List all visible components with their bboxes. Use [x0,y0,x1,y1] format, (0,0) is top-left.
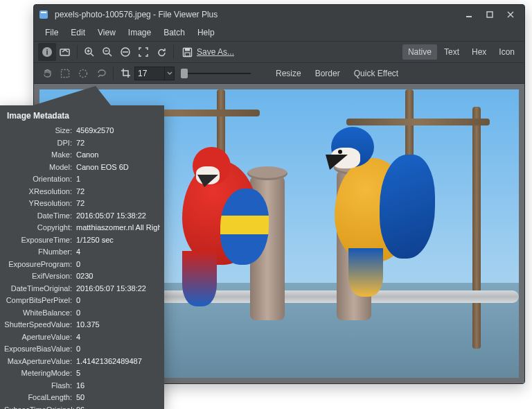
zoom-slider[interactable] [181,67,251,80]
metadata-label: MaxApertureValue [4,356,76,368]
metadata-label: XResolution [4,186,76,198]
metadata-row: ModelCanon EOS 6D [4,162,160,174]
separator [173,45,174,59]
metadata-row: ShutterSpeedValue10.375 [4,319,160,331]
metadata-value: Canon [76,149,160,162]
border-button[interactable]: Border [308,66,347,81]
tab-text[interactable]: Text [438,44,465,60]
metadata-label: ShutterSpeedValue [4,319,76,331]
metadata-label: ComprBitsPerPixel [4,295,76,307]
lasso-tool-icon[interactable] [92,64,110,82]
save-icon [182,47,193,58]
metadata-label: YResolution [4,198,76,210]
ellipse-tool-icon[interactable] [74,64,92,82]
metadata-value: 96 [76,404,160,410]
metadata-label: ExposureProgram [4,259,76,271]
metadata-label: ExposureTime [4,234,76,247]
maximize-button[interactable] [480,8,499,21]
metadata-value: 10.375 [76,319,160,331]
separator [77,45,78,59]
menubar: File Edit View Image Batch Help [34,24,524,41]
menu-file[interactable]: File [39,26,64,40]
zoom-dropdown[interactable] [165,67,175,80]
metadata-value: 1 [76,173,160,186]
metadata-label: ApertureValue [4,331,76,344]
svg-rect-12 [185,53,190,56]
svg-rect-0 [39,10,48,19]
metadata-label: SubsecTimeOriginal [4,404,76,410]
metadata-list: Size4569x2570DPI72MakeCanonModelCanon EO… [4,125,160,409]
zoom-in-button[interactable] [80,43,98,61]
metadata-label: DateTimeOriginal [4,283,76,295]
metadata-label: ExifVersion [4,270,76,283]
metadata-value: 5 [76,367,160,380]
metadata-row: ExifVersion0230 [4,270,160,283]
resize-button[interactable]: Resize [269,66,308,81]
slider-thumb[interactable] [181,69,188,78]
toolbar-primary: i Save As... Native Text Hex [34,41,524,63]
save-as-button[interactable]: Save As... [177,43,240,61]
metadata-value: matthiaszomer.nl All Rights Res [76,222,160,234]
metadata-value: 0 [76,259,160,271]
metadata-label: Make [4,149,76,162]
metadata-row: MaxApertureValue1.41421362489487 [4,356,160,368]
hand-tool-icon[interactable] [38,64,56,82]
svg-rect-3 [487,12,493,17]
metadata-title: Image Metadata [7,111,160,121]
metadata-label: ExposureBiasValue [4,343,76,356]
svg-rect-2 [466,16,472,17]
metadata-value: 0230 [76,270,160,283]
info-button[interactable]: i [38,43,56,61]
minimize-button[interactable] [459,8,479,21]
metadata-row: WhiteBalance0 [4,307,160,320]
reload-button[interactable] [152,43,170,61]
menu-view[interactable]: View [92,26,121,40]
metadata-value: 0 [76,307,160,320]
metadata-value: 1/1250 sec [76,234,160,247]
marquee-tool-icon[interactable] [56,64,74,82]
crop-tool-icon[interactable] [116,64,134,82]
metadata-value: Canon EOS 6D [76,162,160,174]
menu-help[interactable]: Help [192,26,220,40]
zoom-input[interactable] [134,67,165,80]
metadata-row: FocalLength50 [4,392,160,404]
toolbar-secondary: Resize Border Quick Effect [34,63,524,84]
open-button[interactable] [56,43,74,61]
metadata-value: 72 [76,186,160,198]
metadata-value: 4 [76,246,160,259]
zoom-out-button[interactable] [98,43,116,61]
close-button[interactable] [501,8,520,21]
metadata-label: FNumber [4,246,76,259]
svg-rect-13 [62,69,69,77]
metadata-label: WhiteBalance [4,307,76,320]
metadata-value: 16 [76,380,160,392]
view-tabs: Native Text Hex Icon [402,44,520,60]
metadata-value: 72 [76,198,160,210]
metadata-value: 0 [76,343,160,356]
tab-native[interactable]: Native [402,44,437,60]
svg-text:i: i [46,48,48,56]
metadata-label: Copyright [4,222,76,234]
metadata-label: Orientation [4,173,76,186]
metadata-row: ExposureTime1/1250 sec [4,234,160,247]
window-controls [459,8,520,21]
menu-image[interactable]: Image [123,26,157,40]
metadata-row: MeteringMode5 [4,367,160,380]
tab-hex[interactable]: Hex [466,44,492,60]
metadata-value: 2016:05:07 15:38:22 [76,210,160,223]
metadata-popover: Image Metadata Size4569x2570DPI72MakeCan… [0,105,164,409]
metadata-row: ExposureProgram0 [4,259,160,271]
metadata-value: 4 [76,331,160,344]
metadata-label: MeteringMode [4,367,76,380]
quick-effect-button[interactable]: Quick Effect [347,66,405,81]
menu-edit[interactable]: Edit [65,26,91,40]
separator [113,67,114,80]
menu-batch[interactable]: Batch [158,26,190,40]
save-as-label: Save As... [197,47,234,57]
fullscreen-button[interactable] [134,43,152,61]
metadata-label: Flash [4,380,76,392]
chevron-down-icon [167,71,172,76]
zoom-actual-button[interactable] [116,43,134,61]
tab-icon[interactable]: Icon [493,44,520,60]
svg-rect-11 [185,48,190,51]
